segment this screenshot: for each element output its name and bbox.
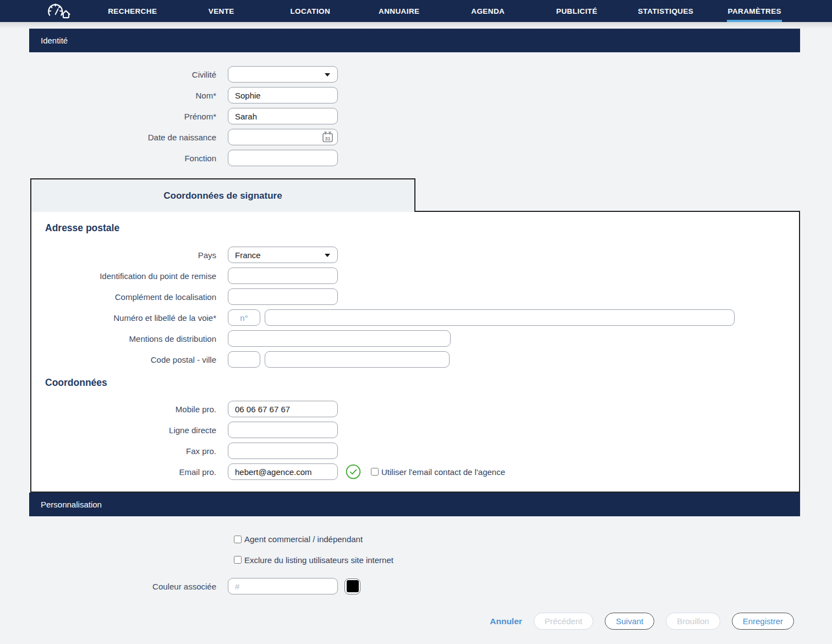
fonction-input[interactable]	[228, 150, 338, 166]
form-actions: Annuler Précédent Suivant Brouillon Enre…	[29, 613, 800, 630]
civilite-row: Civilité	[29, 66, 800, 83]
email-row: Email pro. Utiliser l'email contact de l…	[31, 463, 799, 480]
chevron-down-icon	[325, 254, 330, 257]
prenom-row: Prénom*	[29, 108, 800, 124]
prenom-label: Prénom*	[29, 112, 216, 121]
civilite-select[interactable]	[228, 66, 338, 83]
email-input[interactable]	[228, 463, 338, 480]
mobile-label: Mobile pro.	[31, 405, 216, 414]
fax-label: Fax pro.	[31, 446, 216, 456]
nav-item-vente[interactable]: VENTE	[177, 0, 266, 22]
use-agency-email-checkbox-input[interactable]	[371, 468, 379, 476]
date-naissance-field: 31	[228, 129, 338, 145]
ligne-directe-label: Ligne directe	[31, 425, 216, 435]
fonction-row: Fonction	[29, 150, 800, 166]
exclure-listing-row: Exclure du listing utilisateurs site int…	[234, 555, 800, 566]
signature-panel: Adresse postale Pays France Identificati…	[30, 211, 800, 493]
pays-label: Pays	[31, 250, 216, 260]
agent-commercial-checkbox-input[interactable]	[234, 536, 242, 543]
settings-page: Identité Civilité Nom* Prénom* Date de n…	[0, 29, 832, 630]
fax-row: Fax pro.	[31, 443, 799, 459]
agent-commercial-checkbox[interactable]: Agent commercial / indépendant	[234, 534, 363, 544]
complement-label: Complément de localisation	[31, 292, 216, 302]
personnalisation-section-header: Personnalisation	[29, 493, 800, 516]
identification-label: Identification du point de remise	[31, 271, 216, 281]
pays-select[interactable]: France	[228, 247, 338, 263]
navbar-shadow	[0, 22, 832, 29]
top-navbar: RECHERCHE VENTE LOCATION ANNUAIRE AGENDA…	[0, 0, 832, 22]
couleur-associee-input[interactable]	[228, 578, 338, 594]
email-valid-check-icon	[346, 464, 361, 479]
date-naissance-label: Date de naissance	[29, 133, 216, 142]
identification-row: Identification du point de remise	[31, 268, 799, 284]
suivant-button[interactable]: Suivant	[605, 613, 654, 630]
brouillon-button[interactable]: Brouillon	[666, 613, 720, 630]
agent-commercial-label: Agent commercial / indépendant	[244, 534, 363, 544]
ville-input[interactable]	[265, 351, 450, 368]
color-swatch	[347, 580, 359, 592]
pays-row: Pays France	[31, 247, 799, 263]
date-naissance-row: Date de naissance 31	[29, 129, 800, 145]
tab-coordonnees-signature-label: Coordonnées de signature	[163, 190, 282, 201]
voie-row: Numéro et libellé de la voie*	[31, 309, 799, 326]
nav-item-recherche[interactable]: RECHERCHE	[88, 0, 177, 22]
civilite-label: Civilité	[29, 70, 216, 79]
voie-libelle-input[interactable]	[265, 309, 735, 326]
code-postal-ville-row: Code postal - ville	[31, 351, 799, 368]
complement-row: Complément de localisation	[31, 288, 799, 305]
nom-input[interactable]	[228, 87, 338, 103]
annuler-button[interactable]: Annuler	[490, 616, 522, 626]
couleur-associee-label: Couleur associée	[29, 582, 216, 591]
svg-text:31: 31	[325, 136, 330, 141]
color-swatch-button[interactable]	[344, 578, 360, 594]
pays-selected-value: France	[235, 250, 261, 260]
prenom-input[interactable]	[228, 108, 338, 124]
use-agency-email-label: Utiliser l'email contact de l'agence	[381, 467, 505, 477]
use-agency-email-checkbox[interactable]: Utiliser l'email contact de l'agence	[371, 467, 505, 477]
nav-item-parametres[interactable]: PARAMÈTRES	[710, 0, 800, 22]
identification-input[interactable]	[228, 268, 338, 284]
gauge-house-logo-icon	[45, 1, 74, 21]
tab-coordonnees-signature[interactable]: Coordonnées de signature	[30, 178, 415, 212]
exclure-listing-checkbox[interactable]: Exclure du listing utilisateurs site int…	[234, 555, 393, 565]
adresse-postale-heading: Adresse postale	[45, 222, 799, 234]
fax-input[interactable]	[228, 443, 338, 459]
voie-label: Numéro et libellé de la voie*	[31, 313, 216, 323]
nav-item-statistiques[interactable]: STATISTIQUES	[621, 0, 710, 22]
voie-numero-input[interactable]	[228, 309, 260, 326]
mobile-row: Mobile pro.	[31, 401, 799, 417]
complement-input[interactable]	[228, 288, 338, 305]
calendar-icon[interactable]: 31	[321, 131, 334, 143]
code-postal-input[interactable]	[228, 351, 260, 368]
enregistrer-button[interactable]: Enregistrer	[732, 613, 794, 630]
nom-row: Nom*	[29, 87, 800, 103]
agent-commercial-row: Agent commercial / indépendant	[234, 534, 800, 545]
identite-form: Civilité Nom* Prénom* Date de naissance	[29, 66, 800, 166]
nav-menu: RECHERCHE VENTE LOCATION ANNUAIRE AGENDA…	[88, 0, 799, 22]
nav-item-annuaire[interactable]: ANNUAIRE	[355, 0, 444, 22]
personnalisation-form: Agent commercial / indépendant Exclure d…	[29, 534, 800, 594]
nav-item-agenda[interactable]: AGENDA	[444, 0, 533, 22]
code-postal-ville-label: Code postal - ville	[31, 355, 216, 364]
nav-item-location[interactable]: LOCATION	[266, 0, 355, 22]
chevron-down-icon	[325, 73, 330, 77]
personnalisation-section-title: Personnalisation	[41, 500, 102, 509]
identite-section-title: Identité	[41, 36, 68, 45]
mentions-row: Mentions de distribution	[31, 330, 799, 347]
exclure-listing-label: Exclure du listing utilisateurs site int…	[244, 555, 393, 565]
mentions-label: Mentions de distribution	[31, 334, 216, 343]
app-logo[interactable]	[30, 0, 88, 22]
identite-section-header: Identité	[29, 29, 800, 52]
mentions-input[interactable]	[228, 330, 451, 347]
coordonnees-heading: Coordonnées	[45, 377, 799, 389]
ligne-directe-row: Ligne directe	[31, 422, 799, 438]
fonction-label: Fonction	[29, 154, 216, 163]
nav-item-publicite[interactable]: PUBLICITÉ	[533, 0, 622, 22]
couleur-associee-row: Couleur associée	[29, 578, 800, 594]
precedent-button[interactable]: Précédent	[534, 613, 593, 630]
ligne-directe-input[interactable]	[228, 422, 338, 438]
mobile-input[interactable]	[228, 401, 338, 417]
exclure-listing-checkbox-input[interactable]	[234, 556, 242, 564]
email-label: Email pro.	[31, 467, 216, 477]
nom-label: Nom*	[29, 91, 216, 100]
